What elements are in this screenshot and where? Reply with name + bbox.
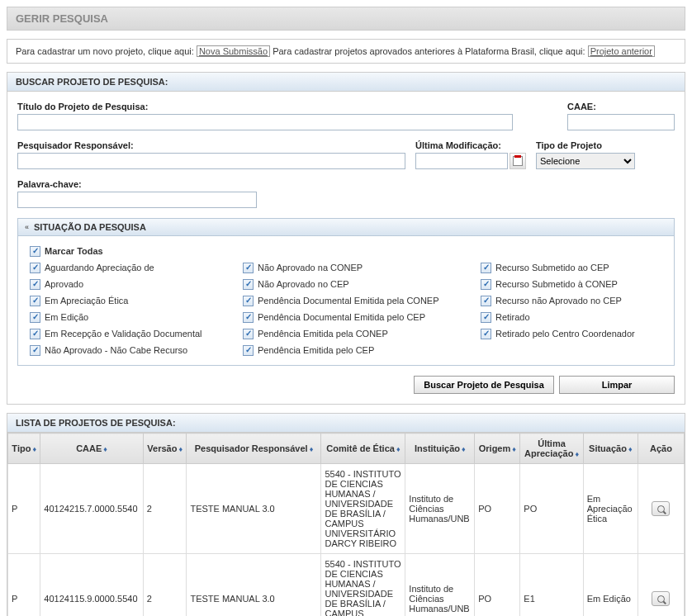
intro-box: Para cadastrar um novo projeto, clique a…: [7, 39, 685, 64]
cell-caae: 40124215.7.0000.5540: [40, 464, 143, 554]
checkbox-col2-1[interactable]: ✓: [243, 279, 254, 290]
cb-label: Recurso Submetido ao CEP: [495, 263, 609, 272]
th-ultima[interactable]: Última Apreciação♦: [520, 434, 583, 464]
projects-table: Tipo♦ CAAE♦ Versão♦ Pesquisador Responsá…: [7, 433, 685, 616]
checkbox-col1-3[interactable]: ✓: [30, 312, 40, 323]
cb-label: Não Aprovado na CONEP: [258, 263, 363, 272]
th-tipo[interactable]: Tipo♦: [8, 434, 40, 464]
caae-input[interactable]: [567, 114, 675, 130]
cell-tipo: P: [8, 554, 40, 617]
magnifier-icon: [657, 595, 665, 603]
th-comite[interactable]: Comitê de Ética♦: [321, 434, 405, 464]
th-situacao[interactable]: Situação♦: [583, 434, 637, 464]
nova-submissao-link[interactable]: Nova Submissão: [197, 45, 270, 57]
buscar-button[interactable]: Buscar Projeto de Pesquisa: [414, 376, 554, 394]
cell-tipo: P: [8, 464, 40, 554]
checkbox-col2-0[interactable]: ✓: [243, 263, 254, 273]
list-panel: LISTA DE PROJETOS DE PESQUISA: Tipo♦ CAA…: [7, 413, 685, 616]
cell-comite: 5540 - INSTITUTO DE CIENCIAS HUMANAS / U…: [321, 464, 405, 554]
th-acao: Ação: [637, 434, 684, 464]
checkbox-col1-1[interactable]: ✓: [30, 279, 40, 290]
situacao-col-1: ✓Marcar Todas✓Aguardando Apreciação de✓A…: [30, 244, 236, 357]
intro-text-1: Para cadastrar um novo projeto, clique a…: [16, 46, 197, 56]
intro-text-2: Para cadastrar projetos aprovados anteri…: [273, 46, 588, 56]
palavra-label: Palavra-chave:: [17, 179, 257, 189]
cb-label: Recurso não Aprovado no CEP: [495, 296, 622, 306]
ultima-mod-label: Última Modificação:: [415, 140, 526, 150]
checkbox-col1-2[interactable]: ✓: [30, 296, 40, 306]
cb-label: Pendência Documental Emitida pela CONEP: [258, 296, 439, 306]
table-row: P40124215.7.0000.55402TESTE MANUAL 3.055…: [8, 464, 685, 554]
cell-instituicao: Instituto de Ciências Humanas/UNB: [405, 554, 475, 617]
cell-caae: 40124115.9.0000.5540: [40, 554, 143, 617]
cb-label: Em Recepção e Validação Documental: [45, 329, 202, 339]
th-instituicao[interactable]: Instituição♦: [405, 434, 475, 464]
checkbox-col3-3[interactable]: ✓: [481, 312, 491, 323]
list-panel-header: LISTA DE PROJETOS DE PESQUISA:: [7, 414, 685, 433]
cell-ultima: PO: [520, 464, 583, 554]
cb-label: Não Aprovado no CEP: [258, 279, 349, 289]
cb-label: Em Apreciação Ética: [45, 296, 129, 306]
cell-pesquisador: TESTE MANUAL 3.0: [187, 554, 321, 617]
th-pesquisador[interactable]: Pesquisador Responsável♦: [187, 434, 321, 464]
cb-label: Retirado pelo Centro Coordenador: [495, 329, 635, 339]
cell-versao: 2: [143, 464, 187, 554]
situacao-col-3: ✓Recurso Submetido ao CEP✓Recurso Submet…: [481, 261, 635, 357]
situacao-col-2: ✓Não Aprovado na CONEP✓Não Aprovado no C…: [243, 261, 474, 357]
situacao-panel-header[interactable]: « SITUAÇÃO DA PESQUISA: [18, 219, 674, 236]
tipo-projeto-select[interactable]: Selecione: [536, 153, 635, 169]
titulo-input[interactable]: [17, 114, 513, 130]
checkbox-col2-4[interactable]: ✓: [243, 329, 254, 339]
checkbox-col1-4[interactable]: ✓: [30, 329, 40, 339]
cell-ultima: E1: [520, 554, 583, 617]
checkbox-col3-2[interactable]: ✓: [481, 296, 491, 306]
view-button[interactable]: [652, 591, 670, 606]
tipo-projeto-label: Tipo de Projeto: [536, 140, 635, 150]
calendar-button[interactable]: [510, 153, 526, 169]
titulo-label: Título do Projeto de Pesquisa:: [17, 102, 557, 111]
pesquisador-input[interactable]: [17, 153, 405, 169]
th-versao[interactable]: Versão♦: [143, 434, 187, 464]
cb-label: Pendência Documental Emitida pelo CEP: [258, 312, 425, 322]
cell-versao: 2: [143, 554, 187, 617]
cb-label: Pendência Emitida pelo CEP: [258, 345, 374, 355]
cb-label: Aprovado: [45, 279, 83, 289]
projeto-anterior-link[interactable]: Projeto anterior: [588, 45, 655, 57]
cb-label: Retirado: [495, 312, 530, 322]
cell-acao: [637, 464, 684, 554]
cell-comite: 5540 - INSTITUTO DE CIENCIAS HUMANAS / U…: [321, 554, 405, 617]
palavra-input[interactable]: [17, 192, 257, 208]
table-row: P40124115.9.0000.55402TESTE MANUAL 3.055…: [8, 554, 685, 617]
search-panel-header: BUSCAR PROJETO DE PESQUISA:: [7, 73, 685, 92]
page-title: GERIR PESQUISA: [7, 7, 685, 31]
checkbox-marcar-todas[interactable]: ✓: [30, 246, 40, 257]
cb-label: Aguardando Apreciação de: [45, 263, 154, 272]
th-origem[interactable]: Origem♦: [475, 434, 520, 464]
search-panel: BUSCAR PROJETO DE PESQUISA: Título do Pr…: [7, 72, 685, 405]
cell-situacao: Em Apreciação Ética: [583, 464, 637, 554]
cb-label: Em Edição: [45, 312, 88, 322]
checkbox-col3-4[interactable]: ✓: [481, 329, 491, 339]
th-caae[interactable]: CAAE♦: [40, 434, 143, 464]
checkbox-col1-5[interactable]: ✓: [30, 345, 40, 356]
checkbox-col2-3[interactable]: ✓: [243, 312, 254, 323]
cell-pesquisador: TESTE MANUAL 3.0: [187, 464, 321, 554]
ultima-mod-input[interactable]: [415, 153, 508, 169]
cb-label: Não Aprovado - Não Cabe Recurso: [45, 345, 187, 355]
limpar-button[interactable]: Limpar: [559, 376, 675, 394]
cb-label: Pendência Emitida pela CONEP: [258, 329, 388, 339]
checkbox-col3-1[interactable]: ✓: [481, 279, 491, 290]
situacao-panel: « SITUAÇÃO DA PESQUISA ✓Marcar Todas✓Agu…: [17, 218, 675, 366]
cb-label: Recurso Submetido à CONEP: [495, 279, 618, 289]
checkbox-col2-5[interactable]: ✓: [243, 345, 254, 356]
calendar-icon: [513, 156, 523, 166]
checkbox-col1-0[interactable]: ✓: [30, 263, 40, 273]
cell-origem: PO: [475, 554, 520, 617]
view-button[interactable]: [652, 501, 670, 516]
situacao-title: SITUAÇÃO DA PESQUISA: [34, 222, 146, 232]
caae-label: CAAE:: [567, 102, 675, 111]
cell-situacao: Em Edição: [583, 554, 637, 617]
checkbox-col2-2[interactable]: ✓: [243, 296, 254, 306]
pesquisador-label: Pesquisador Responsável:: [17, 140, 405, 150]
checkbox-col3-0[interactable]: ✓: [481, 263, 491, 273]
